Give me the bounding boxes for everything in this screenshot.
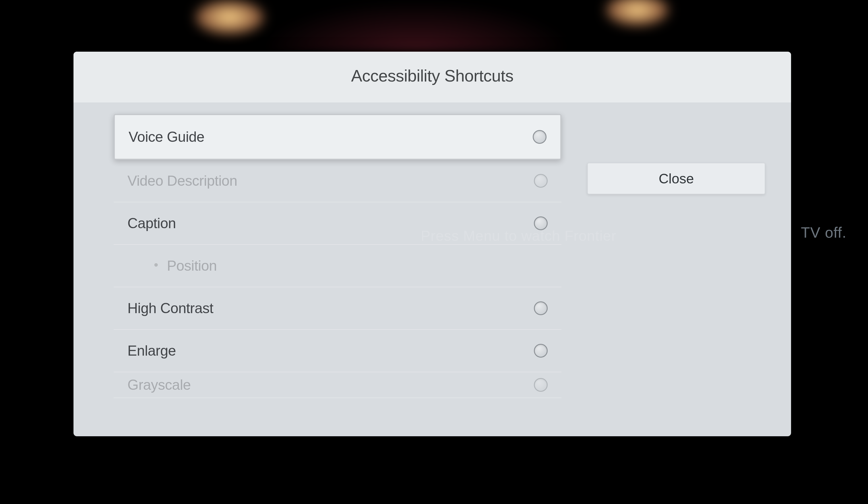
radio-indicator-icon [534, 301, 548, 315]
option-high-contrast[interactable]: High Contrast [114, 287, 561, 330]
dialog-body: Voice Guide Video Description Caption • … [73, 102, 791, 435]
option-label: Grayscale [127, 377, 191, 393]
close-panel: Close [561, 114, 791, 435]
ceiling-light-right [606, 0, 669, 26]
dialog-title: Accessibility Shortcuts [73, 66, 791, 85]
option-label: High Contrast [127, 300, 213, 317]
option-grayscale[interactable]: Grayscale [114, 372, 561, 398]
radio-indicator-icon [533, 130, 547, 144]
dialog-header: Accessibility Shortcuts [73, 52, 791, 102]
option-label: Enlarge [127, 342, 176, 359]
accessibility-shortcuts-dialog: Accessibility Shortcuts Press Menu to wa… [73, 52, 791, 436]
radio-indicator-icon [534, 378, 548, 392]
radio-indicator-icon [534, 344, 548, 358]
option-enlarge[interactable]: Enlarge [114, 330, 561, 372]
option-label: Video Description [127, 173, 237, 189]
radio-indicator-icon [534, 216, 548, 230]
option-caption-position[interactable]: • Position [114, 245, 561, 287]
background-lights [0, 0, 868, 58]
background-tv-off-text: TV off. [801, 224, 847, 241]
decorative-arc [258, 0, 574, 52]
option-caption[interactable]: Caption [114, 202, 561, 245]
option-voice-guide[interactable]: Voice Guide [114, 114, 561, 160]
close-button[interactable]: Close [587, 163, 765, 194]
option-video-description[interactable]: Video Description [114, 160, 561, 202]
option-label: Position [167, 257, 548, 274]
bullet-icon: • [154, 258, 158, 272]
close-button-label: Close [659, 171, 694, 187]
radio-indicator-icon [534, 174, 548, 188]
ceiling-light-left [195, 0, 264, 34]
option-label: Caption [127, 215, 176, 232]
option-label: Voice Guide [128, 128, 204, 145]
options-list: Voice Guide Video Description Caption • … [114, 114, 561, 435]
